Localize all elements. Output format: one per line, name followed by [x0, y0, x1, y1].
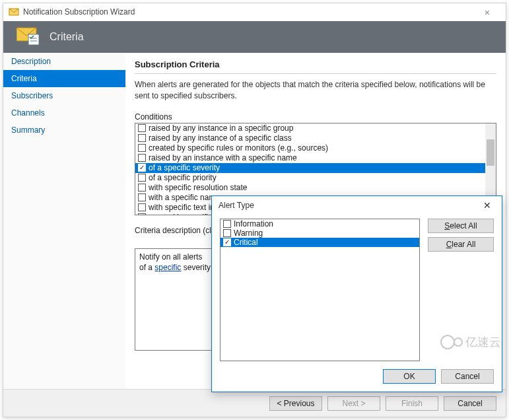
checkbox-icon[interactable] — [223, 238, 231, 246]
checkbox-icon[interactable] — [138, 124, 146, 132]
alert-type-item[interactable]: Information — [221, 219, 419, 228]
wizard-nav: Description Criteria Subscribers Channel… — [3, 53, 125, 389]
condition-item[interactable]: with specific resolution state — [135, 183, 485, 193]
nav-summary[interactable]: Summary — [3, 122, 125, 139]
finish-button: Finish — [386, 396, 438, 411]
close-icon[interactable]: ✕ — [479, 199, 495, 212]
checkbox-icon[interactable] — [138, 164, 146, 172]
nav-channels[interactable]: Channels — [3, 104, 125, 122]
alert-type-listbox[interactable]: Information Warning Critical — [220, 219, 420, 361]
alert-type-dialog: Alert Type ✕ Information Warning Critica… — [211, 195, 502, 392]
condition-item[interactable]: raised by any instance of a specific cla… — [135, 133, 485, 143]
checkbox-icon[interactable] — [138, 134, 146, 142]
dialog-title-bar: Alert Type ✕ — [212, 196, 502, 215]
alert-type-item[interactable]: Warning — [221, 228, 419, 238]
checkbox-icon[interactable] — [138, 174, 146, 182]
nav-criteria[interactable]: Criteria — [3, 70, 125, 87]
nav-description[interactable]: Description — [3, 53, 125, 70]
condition-item[interactable]: of a specific priority — [135, 173, 485, 183]
condition-item[interactable]: raised by an instance with a specific na… — [135, 153, 485, 163]
cancel-button[interactable]: Cancel — [444, 396, 496, 411]
banner-icon — [17, 26, 40, 48]
dialog-cancel-button[interactable]: Cancel — [441, 369, 494, 384]
checkbox-icon[interactable] — [138, 144, 146, 152]
close-icon[interactable]: × — [474, 7, 500, 18]
checkbox-icon[interactable] — [138, 213, 146, 215]
app-icon — [9, 7, 19, 17]
next-button: Next > — [327, 396, 380, 411]
checkbox-icon[interactable] — [223, 220, 231, 228]
conditions-label: Conditions — [135, 112, 496, 122]
clear-all-button[interactable]: Clear All — [428, 237, 494, 252]
nav-subscribers[interactable]: Subscribers — [3, 87, 125, 104]
dialog-footer: OK Cancel — [212, 365, 502, 392]
previous-button[interactable]: < Previous — [269, 396, 322, 411]
checkbox-icon[interactable] — [138, 203, 146, 211]
condition-item[interactable]: created by specific rules or monitors (e… — [135, 143, 485, 153]
severity-link[interactable]: specific — [154, 263, 181, 272]
condition-item[interactable]: of a specific severity — [135, 163, 485, 173]
window-title: Notification Subscription Wizard — [23, 7, 474, 17]
wizard-footer: < Previous Next > Finish Cancel — [3, 389, 506, 417]
checkbox-icon[interactable] — [138, 193, 146, 201]
section-subtitle: When alerts are generated for the object… — [135, 79, 496, 102]
condition-item[interactable]: raised by any instance in a specific gro… — [135, 123, 485, 133]
select-all-button[interactable]: Select All — [428, 219, 494, 233]
section-title: Subscription Criteria — [135, 59, 496, 74]
banner: Criteria — [3, 21, 506, 53]
title-bar: Notification Subscription Wizard × — [3, 3, 506, 21]
checkbox-icon[interactable] — [223, 229, 231, 237]
ok-button[interactable]: OK — [383, 369, 436, 384]
banner-title: Criteria — [50, 31, 84, 43]
alert-type-item[interactable]: Critical — [221, 238, 419, 247]
checkbox-icon[interactable] — [138, 154, 146, 162]
checkbox-icon[interactable] — [138, 184, 146, 192]
dialog-title: Alert Type — [219, 201, 254, 210]
